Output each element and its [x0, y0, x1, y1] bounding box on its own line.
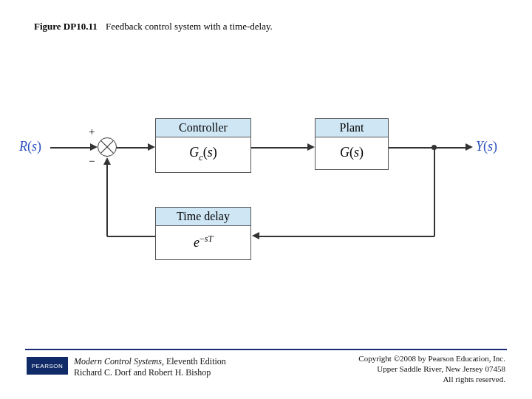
time-delay-block: Time delay e−sT	[155, 207, 251, 260]
plant-title: Plant	[315, 118, 389, 137]
pearson-logo: PEARSON	[27, 357, 68, 375]
arrowhead-icon	[103, 157, 111, 165]
summing-junction	[98, 137, 117, 157]
wire	[389, 147, 467, 149]
delay-tf: e−sT	[155, 226, 251, 260]
sign-plus: +	[89, 126, 95, 138]
footer-rule	[25, 349, 507, 350]
wire	[117, 147, 149, 149]
arrowhead-icon	[252, 232, 259, 239]
arrowhead-icon	[90, 143, 98, 151]
delay-title: Time delay	[155, 207, 251, 226]
arrowhead-icon	[148, 143, 155, 151]
figure-caption: Figure DP10.11 Feedback control system w…	[34, 21, 273, 33]
book-authors: Richard C. Dorf and Robert H. Bishop	[74, 367, 211, 378]
plant-block: Plant G(s)	[315, 118, 389, 170]
controller-title: Controller	[155, 118, 251, 137]
controller-block: Controller Gc(s)	[155, 118, 251, 173]
copyright-line3: All rights reserved.	[443, 375, 505, 383]
sign-minus: −	[89, 155, 95, 168]
book-title: Modern Control Systems	[74, 356, 162, 366]
wire	[50, 147, 92, 149]
input-label: R(s)	[19, 139, 41, 154]
wire	[251, 147, 309, 149]
plant-tf: G(s)	[315, 137, 389, 170]
wire	[106, 164, 108, 236]
wire	[107, 236, 155, 237]
footer-copyright: Copyright ©2008 by Pearson Education, In…	[358, 354, 505, 384]
figure-caption-text: Feedback control system with a time-dela…	[106, 21, 273, 32]
footer-book-info: Modern Control Systems, Eleventh Edition…	[74, 356, 226, 378]
copyright-line1: Copyright ©2008 by Pearson Education, In…	[358, 354, 505, 363]
book-edition: , Eleventh Edition	[162, 356, 226, 366]
copyright-line2: Upper Saddle River, New Jersey 07458	[377, 364, 505, 373]
arrowhead-icon	[466, 143, 473, 151]
wire	[434, 148, 435, 236]
wire	[259, 236, 434, 237]
block-diagram: R(s) + − Controller Gc(s) Plant G(s) Y(s…	[44, 103, 488, 296]
output-label: Y(s)	[476, 139, 497, 154]
figure-number: Figure DP10.11	[34, 21, 98, 32]
arrowhead-icon	[307, 143, 315, 151]
controller-tf: Gc(s)	[155, 137, 251, 173]
